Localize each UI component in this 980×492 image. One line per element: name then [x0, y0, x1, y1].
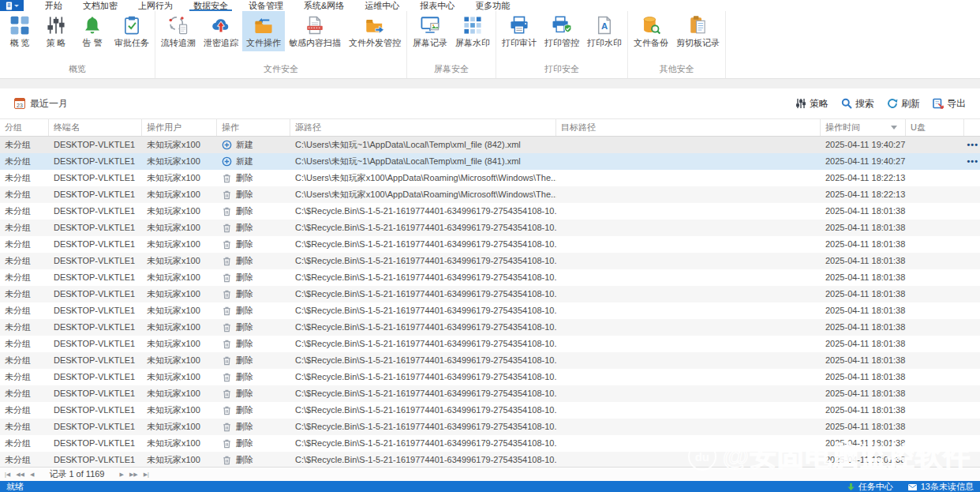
column-header-udisk[interactable]: U盘 — [906, 119, 964, 136]
table-row[interactable]: 未分组 DESKTOP-VLKTLE1 未知玩家x100 删除 C:\$Recy… — [0, 419, 980, 435]
ribbon-item-label: 告 警 — [82, 37, 102, 49]
policy-button[interactable]: 策略 — [795, 97, 829, 111]
cell-group: 未分组 — [0, 236, 49, 253]
export-button[interactable]: 导出 — [933, 97, 966, 111]
table-row[interactable]: 未分组 DESKTOP-VLKTLE1 未知玩家x100 删除 C:\$Recy… — [0, 253, 980, 269]
ribbon-group-screen-security: 屏幕记录 屏幕水印 屏幕安全 — [407, 11, 496, 78]
table-row[interactable]: 未分组 DESKTOP-VLKTLE1 未知玩家x100 新建 C:\Users… — [0, 137, 980, 153]
cell-group: 未分组 — [0, 419, 49, 435]
menu-tab[interactable]: 更多功能 — [465, 0, 520, 11]
menu-tab[interactable]: 系统&网络 — [294, 0, 354, 11]
table-row[interactable]: 未分组 DESKTOP-VLKTLE1 未知玩家x100 删除 C:\$Recy… — [0, 385, 980, 402]
row-actions-menu[interactable] — [964, 203, 980, 220]
table-row[interactable]: 未分组 DESKTOP-VLKTLE1 未知玩家x100 删除 C:\$Recy… — [0, 220, 980, 236]
row-actions-menu[interactable] — [964, 170, 980, 186]
ribbon-item-print-control[interactable]: 打印管控 — [540, 11, 583, 51]
ribbon-item-policy[interactable]: 策 略 — [38, 11, 74, 51]
row-actions-menu[interactable] — [964, 336, 980, 352]
row-actions-menu[interactable] — [964, 302, 980, 319]
ribbon-item-label: 审批任务 — [114, 37, 149, 49]
row-actions-menu[interactable] — [964, 286, 980, 302]
ribbon-item-print-audit[interactable]: 打印审计 — [498, 11, 540, 51]
menu-tab[interactable]: 设备管理 — [238, 0, 294, 11]
table-row[interactable]: 未分组 DESKTOP-VLKTLE1 未知玩家x100 删除 C:\$Recy… — [0, 302, 980, 319]
table-row[interactable]: 未分组 DESKTOP-VLKTLE1 未知玩家x100 删除 C:\$Recy… — [0, 336, 980, 352]
next-page-icon[interactable]: ▶ — [120, 468, 124, 482]
row-actions-menu[interactable] — [964, 319, 980, 336]
ribbon-item-leak-tracking[interactable]: 泄密追踪 — [200, 11, 242, 51]
cell-user: 未知玩家x100 — [142, 302, 217, 319]
content-gap — [0, 79, 980, 88]
filter-dropdown-icon[interactable] — [891, 126, 897, 130]
ribbon-item-circulation-trace[interactable]: 流转追溯 — [157, 11, 200, 51]
table-row[interactable]: 未分组 DESKTOP-VLKTLE1 未知玩家x100 新建 C:\Users… — [0, 153, 980, 170]
fast-next-icon[interactable]: ▶▶ — [129, 468, 138, 482]
row-actions-menu[interactable] — [964, 253, 980, 269]
row-actions-menu[interactable] — [964, 269, 980, 286]
column-header-terminal[interactable]: 终端名 — [49, 119, 142, 136]
date-range-filter[interactable]: 23 最近一月 — [14, 97, 68, 111]
table-row[interactable]: 未分组 DESKTOP-VLKTLE1 未知玩家x100 删除 C:\$Recy… — [0, 203, 980, 220]
first-page-icon[interactable]: |◀ — [5, 468, 10, 482]
column-header-source-path[interactable]: 源路径 — [290, 119, 556, 136]
ribbon-item-label: 文件操作 — [246, 37, 281, 49]
row-actions-menu[interactable] — [964, 236, 980, 253]
row-actions-menu[interactable] — [964, 402, 980, 419]
column-header-operation[interactable]: 操作 — [217, 119, 290, 136]
ribbon-item-screen-record[interactable]: 屏幕记录 — [409, 11, 451, 51]
column-header-time[interactable]: 操作时间 — [821, 119, 906, 136]
task-center-button[interactable]: 任务中心 — [847, 481, 893, 492]
row-actions-menu[interactable]: ••• — [964, 153, 980, 170]
app-menu-button[interactable] — [0, 0, 24, 11]
table-row[interactable]: 未分组 DESKTOP-VLKTLE1 未知玩家x100 删除 C:\$Recy… — [0, 269, 980, 286]
fast-prev-icon[interactable]: ◀◀ — [16, 468, 24, 482]
ribbon-item-file-backup[interactable]: 文件备份 — [630, 11, 672, 51]
row-actions-menu[interactable] — [964, 220, 980, 236]
ribbon-item-print-watermark[interactable]: A 打印水印 — [583, 11, 626, 51]
table-row[interactable]: 未分组 DESKTOP-VLKTLE1 未知玩家x100 删除 C:\$Recy… — [0, 452, 980, 467]
table-row[interactable]: 未分组 DESKTOP-VLKTLE1 未知玩家x100 删除 C:\Users… — [0, 186, 980, 203]
operation-label: 删除 — [236, 302, 253, 319]
column-header-group[interactable]: 分组 — [0, 119, 49, 136]
ribbon-item-file-operation[interactable]: 文件操作 — [242, 11, 285, 51]
row-actions-menu[interactable] — [964, 452, 980, 467]
menu-tab[interactable]: 文档加密 — [73, 0, 128, 11]
table-row[interactable]: 未分组 DESKTOP-VLKTLE1 未知玩家x100 删除 C:\$Recy… — [0, 352, 980, 369]
row-actions-menu[interactable] — [964, 435, 980, 452]
row-actions-menu[interactable] — [964, 186, 980, 203]
table-row[interactable]: 未分组 DESKTOP-VLKTLE1 未知玩家x100 删除 C:\$Recy… — [0, 319, 980, 336]
refresh-button[interactable]: 刷新 — [887, 97, 920, 111]
row-actions-menu[interactable] — [964, 369, 980, 385]
table-row[interactable]: 未分组 DESKTOP-VLKTLE1 未知玩家x100 删除 C:\$Recy… — [0, 369, 980, 385]
menu-tab[interactable]: 报表中心 — [410, 0, 465, 11]
unread-messages-button[interactable]: 13条未读信息 — [907, 481, 974, 492]
ribbon-item-sensitive-content-scan[interactable]: 敏感内容扫描 — [285, 11, 345, 51]
column-header-target-path[interactable]: 目标路径 — [556, 119, 821, 136]
ribbon-item-clipboard-record[interactable]: 剪切板记录 — [672, 11, 724, 51]
ribbon-item-file-outgoing-control[interactable]: 文件外发管控 — [345, 11, 405, 51]
row-actions-menu[interactable] — [964, 419, 980, 435]
prev-page-icon[interactable]: ◀ — [30, 468, 34, 482]
ribbon-item-approval-tasks[interactable]: 审批任务 — [110, 11, 153, 51]
table-row[interactable]: 未分组 DESKTOP-VLKTLE1 未知玩家x100 删除 C:\$Recy… — [0, 402, 980, 419]
ribbon-item-overview[interactable]: 概 览 — [2, 11, 38, 51]
menu-tab[interactable]: 数据安全 — [183, 0, 238, 11]
last-page-icon[interactable]: ▶| — [144, 468, 149, 482]
ribbon-item-screen-watermark[interactable]: 屏幕水印 — [451, 11, 494, 51]
menu-tab[interactable]: 运维中心 — [354, 0, 410, 11]
table-row[interactable]: 未分组 DESKTOP-VLKTLE1 未知玩家x100 删除 C:\Users… — [0, 170, 980, 186]
menu-tab[interactable]: 上网行为 — [128, 0, 183, 11]
row-actions-menu[interactable] — [964, 385, 980, 402]
menu-tab[interactable]: 开始 — [35, 0, 73, 11]
row-actions-menu[interactable]: ••• — [964, 137, 980, 153]
operation-label: 新建 — [236, 137, 253, 153]
table-row[interactable]: 未分组 DESKTOP-VLKTLE1 未知玩家x100 删除 C:\$Recy… — [0, 435, 980, 452]
table-row[interactable]: 未分组 DESKTOP-VLKTLE1 未知玩家x100 删除 C:\$Recy… — [0, 286, 980, 302]
ribbon-item-alert[interactable]: 告 警 — [74, 11, 110, 51]
table-row[interactable]: 未分组 DESKTOP-VLKTLE1 未知玩家x100 删除 C:\$Recy… — [0, 236, 980, 253]
column-header-user[interactable]: 操作用户 — [142, 119, 217, 136]
row-actions-menu[interactable] — [964, 352, 980, 369]
search-button[interactable]: 搜索 — [841, 97, 874, 111]
cell-terminal: DESKTOP-VLKTLE1 — [49, 286, 142, 302]
ribbon-item-label: 屏幕水印 — [455, 37, 490, 49]
